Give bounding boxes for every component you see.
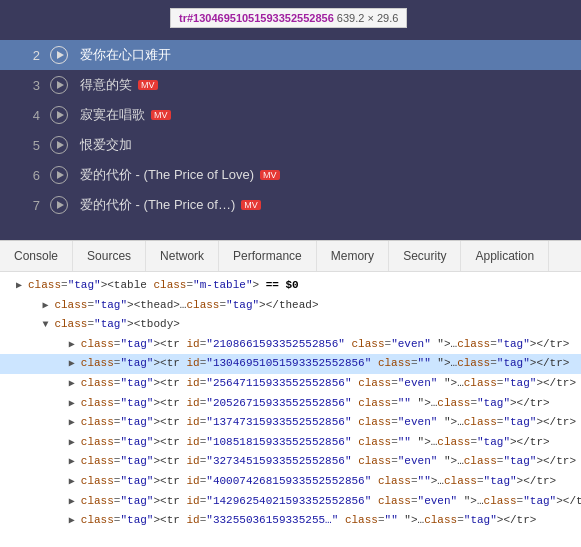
track-number: 5 [16,138,40,153]
browser-content: tr#13046951051593352552856 639.2 × 29.6 … [0,0,581,240]
dom-content: class="tag"><tr id="40007426815933552552… [81,475,556,487]
dom-content: class="tag"><tbody> [54,318,179,330]
play-triangle-icon [57,171,64,179]
track-number: 3 [16,78,40,93]
dom-content: class="tag"><table class="m-table"> [28,279,259,291]
play-triangle-icon [57,141,64,149]
track-number: 2 [16,48,40,63]
mv-badge: MV [138,80,158,90]
play-button[interactable] [50,106,68,124]
dom-line[interactable]: ▶class="tag"><tr id="33255036159335255…"… [0,511,581,531]
dom-content: class="tag"><tr id="2108661593352552856"… [81,338,570,350]
tab-security[interactable]: Security [389,241,461,271]
track-item[interactable]: 5恨爱交加 [0,130,581,160]
devtools-tabs: ConsoleSourcesNetworkPerformanceMemorySe… [0,240,581,272]
dom-line[interactable]: ▶class="tag"><thead>…class="tag"></thead… [0,296,581,316]
dom-line[interactable]: ▶class="tag"><tr id="1429625402159335255… [0,492,581,512]
expand-arrow-icon[interactable]: ▶ [69,396,79,412]
expand-arrow-icon[interactable]: ▶ [69,494,79,510]
dom-content: class="tag"><tr id="25647115933552552856… [81,377,576,389]
play-button[interactable] [50,46,68,64]
track-number: 6 [16,168,40,183]
expand-arrow-icon[interactable]: ▶ [69,376,79,392]
track-number: 4 [16,108,40,123]
dom-line[interactable]: ▶class="tag"><tr id="1374731593355255285… [0,413,581,433]
tooltip-id: tr#13046951051593352552856 [179,12,334,24]
dom-content: class="tag"><tr id="20526715933552552856… [81,397,550,409]
dom-indent [16,316,42,334]
dom-line[interactable]: ▶class="tag"><tr id="2052671593355255285… [0,394,581,414]
dom-indent [16,297,42,315]
expand-arrow-icon[interactable]: ▶ [69,435,79,451]
tab-console[interactable]: Console [0,241,73,271]
track-name: 爱你在心口难开 [80,46,171,64]
mv-badge: MV [151,110,171,120]
expand-arrow-icon[interactable]: ▼ [42,317,52,333]
dom-line[interactable]: ▶class="tag"><tr id="1304695105159335255… [0,354,581,374]
dom-indent [16,395,69,413]
expand-arrow-icon[interactable]: ▶ [16,278,26,294]
dom-suffix: == $0 [259,279,299,291]
play-button[interactable] [50,136,68,154]
dom-indent [16,375,69,393]
element-tooltip: tr#13046951051593352552856 639.2 × 29.6 [170,8,407,28]
tab-network[interactable]: Network [146,241,219,271]
dom-content: class="tag"><tr id="32734515933552552856… [81,455,576,467]
play-button[interactable] [50,76,68,94]
track-name: 恨爱交加 [80,136,132,154]
play-triangle-icon [57,111,64,119]
track-item[interactable]: 7爱的代价 - (The Price of…)MV [0,190,581,220]
dom-panel[interactable]: ▶class="tag"><table class="m-table"> == … [0,272,581,547]
play-button[interactable] [50,196,68,214]
tab-sources[interactable]: Sources [73,241,146,271]
track-name: 爱的代价 - (The Price of…) [80,196,235,214]
dom-indent [16,434,69,452]
mv-badge: MV [260,170,280,180]
play-button[interactable] [50,166,68,184]
tab-performance[interactable]: Performance [219,241,317,271]
dom-line[interactable]: ▶class="tag"><tr id="1085181593355255285… [0,433,581,453]
dom-content: class="tag"><tr id="13747315933552552856… [81,416,576,428]
dom-content: class="tag"><tr id="33255036159335255…" … [81,514,537,526]
track-item[interactable]: 4寂寞在唱歌MV [0,100,581,130]
dom-indent [16,473,69,491]
dom-indent [16,355,69,373]
expand-arrow-icon[interactable]: ▶ [69,454,79,470]
dom-line[interactable]: ▶class="tag"><tr id="2564711593355255285… [0,374,581,394]
expand-arrow-icon[interactable]: ▶ [69,356,79,372]
dom-content: class="tag"><tr id="10851815933552552856… [81,436,550,448]
track-number: 7 [16,198,40,213]
dom-indent [16,453,69,471]
track-name: 爱的代价 - (The Price of Love) [80,166,254,184]
expand-arrow-icon[interactable]: ▶ [69,513,79,529]
tab-memory[interactable]: Memory [317,241,389,271]
mv-badge: MV [241,200,261,210]
expand-arrow-icon[interactable]: ▶ [69,415,79,431]
dom-content: class="tag"><tr id="14296254021593352552… [81,495,581,507]
expand-arrow-icon[interactable]: ▶ [42,298,52,314]
play-triangle-icon [57,81,64,89]
dom-line[interactable]: ▶class="tag"><tr id="2108661593352552856… [0,335,581,355]
tooltip-size: 639.2 × 29.6 [337,12,398,24]
track-list: 2爱你在心口难开3得意的笑MV4寂寞在唱歌MV5恨爱交加6爱的代价 - (The… [0,0,581,220]
tab-application[interactable]: Application [461,241,549,271]
track-name: 得意的笑 [80,76,132,94]
play-triangle-icon [57,201,64,209]
dom-line[interactable]: ▶class="tag"><tr id="4000742681593355255… [0,472,581,492]
expand-arrow-icon[interactable]: ▶ [69,337,79,353]
play-triangle-icon [57,51,64,59]
dom-line[interactable]: ▶class="tag"><table class="m-table"> == … [0,276,581,296]
dom-indent [16,512,69,530]
track-item[interactable]: 3得意的笑MV [0,70,581,100]
track-item[interactable]: 2爱你在心口难开 [0,40,581,70]
dom-content: class="tag"><tr id="13046951051593352552… [81,357,570,369]
dom-line[interactable]: ▼class="tag"><tbody> [0,315,581,335]
dom-content: class="tag"><thead>…class="tag"></thead> [54,299,318,311]
track-item[interactable]: 6爱的代价 - (The Price of Love)MV [0,160,581,190]
expand-arrow-icon[interactable]: ▶ [69,474,79,490]
dom-indent [16,493,69,511]
track-name: 寂寞在唱歌 [80,106,145,124]
dom-indent [16,414,69,432]
dom-line[interactable]: ▶class="tag"><tr id="3273451593355255285… [0,452,581,472]
dom-indent [16,336,69,354]
